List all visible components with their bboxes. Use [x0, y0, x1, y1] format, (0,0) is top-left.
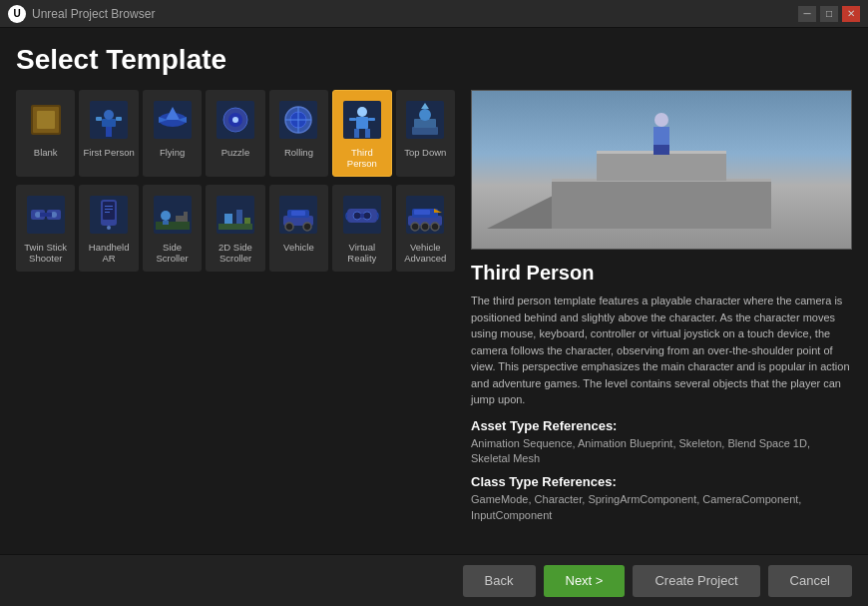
svg-rect-29: [368, 118, 375, 121]
content-area: Blank First Person: [16, 90, 852, 554]
template-top-down-label: Top Down: [404, 147, 446, 158]
main-content: Select Template Blank: [0, 28, 868, 606]
back-button[interactable]: Back: [463, 565, 536, 597]
template-third-person[interactable]: Third Person: [332, 90, 391, 177]
template-rolling-label: Rolling: [284, 147, 313, 158]
svg-point-67: [353, 212, 361, 220]
svg-rect-47: [105, 212, 110, 213]
svg-rect-2: [37, 111, 55, 129]
template-vehicle[interactable]: Vehicle: [269, 185, 328, 272]
detail-title: Third Person: [471, 262, 852, 285]
footer-bar: Back Next > Create Project Cancel: [0, 554, 868, 606]
template-top-down[interactable]: Top Down: [396, 90, 455, 177]
svg-rect-26: [354, 129, 359, 138]
template-rolling-icon: [275, 97, 321, 143]
template-third-person-label: Third Person: [335, 147, 388, 170]
template-flying[interactable]: Flying: [143, 90, 202, 177]
window-title: Unreal Project Browser: [32, 7, 155, 21]
svg-rect-53: [184, 212, 188, 222]
svg-point-63: [303, 223, 311, 231]
ue-logo: U: [8, 5, 26, 23]
svg-point-33: [419, 109, 431, 121]
template-twin-stick-shooter[interactable]: Twin Stick Shooter: [16, 185, 75, 272]
template-virtual-reality[interactable]: Virtual Reality: [332, 185, 391, 272]
template-first-person-icon: [86, 97, 132, 143]
template-side-scroller-label: Side Scroller: [146, 242, 199, 265]
svg-point-62: [285, 223, 293, 231]
svg-rect-45: [105, 206, 113, 207]
svg-point-68: [363, 212, 371, 220]
svg-point-75: [431, 223, 439, 231]
page-title: Select Template: [16, 44, 852, 76]
svg-rect-40: [40, 213, 52, 217]
template-virtual-reality-icon: [339, 192, 385, 238]
window-controls[interactable]: ─ □ ✕: [798, 6, 860, 22]
template-vehicle-advanced-label: Vehicle Advanced: [399, 242, 452, 265]
svg-rect-27: [365, 129, 370, 138]
template-vehicle-advanced[interactable]: Vehicle Advanced: [396, 185, 455, 272]
character: [651, 113, 672, 153]
template-2d-side-scroller-label: 2D Side Scroller: [209, 242, 261, 265]
template-flying-icon: [150, 97, 196, 143]
svg-point-44: [107, 226, 111, 230]
svg-rect-76: [414, 210, 430, 215]
char-body: [653, 127, 669, 145]
detail-description: The third person template features a pla…: [471, 293, 852, 408]
template-2d-side-scroller-icon: [213, 192, 258, 238]
svg-rect-52: [176, 216, 184, 222]
template-top-down-icon: [402, 97, 448, 143]
template-virtual-reality-label: Virtual Reality: [335, 242, 388, 265]
template-twin-stick-shooter-label: Twin Stick Shooter: [19, 242, 72, 265]
asset-refs-content: Animation Sequence, Animation Blueprint,…: [471, 436, 852, 467]
templates-row2: Twin Stick Shooter: [16, 185, 455, 272]
template-puzzle[interactable]: Puzzle: [206, 90, 264, 177]
template-side-scroller-icon: [150, 192, 196, 238]
close-button[interactable]: ✕: [842, 6, 860, 22]
template-twin-stick-shooter-icon: [23, 192, 69, 238]
template-2d-side-scroller[interactable]: 2D Side Scroller: [206, 185, 264, 272]
template-blank-icon: [23, 97, 69, 143]
asset-refs-title: Asset Type References:: [471, 418, 852, 433]
detail-panel: Third Person The third person template f…: [471, 90, 852, 554]
char-legs: [653, 145, 669, 155]
template-handheld-ar-label: Handheld AR: [82, 242, 135, 265]
svg-rect-69: [360, 214, 364, 218]
svg-point-50: [161, 211, 171, 221]
svg-rect-51: [163, 221, 169, 225]
template-vehicle-label: Vehicle: [283, 242, 314, 253]
template-first-person-label: First Person: [84, 147, 135, 158]
svg-rect-4: [96, 117, 102, 121]
svg-rect-46: [105, 209, 113, 210]
svg-rect-28: [349, 118, 356, 121]
svg-point-17: [232, 117, 238, 123]
platform-upper: [597, 151, 726, 181]
svg-rect-58: [244, 218, 250, 224]
template-handheld-ar-icon: [86, 192, 132, 238]
template-side-scroller[interactable]: Side Scroller: [143, 185, 202, 272]
cancel-button[interactable]: Cancel: [768, 565, 852, 597]
svg-point-24: [357, 107, 367, 117]
template-blank-label: Blank: [34, 147, 58, 158]
template-puzzle-icon: [213, 97, 258, 143]
svg-rect-5: [116, 117, 122, 121]
platform-base: [552, 179, 771, 229]
svg-rect-25: [356, 117, 368, 129]
svg-point-73: [411, 223, 419, 231]
template-third-person-icon: [339, 97, 385, 143]
minimize-button[interactable]: ─: [798, 6, 816, 22]
class-refs-title: Class Type References:: [471, 474, 852, 489]
svg-rect-31: [412, 127, 438, 135]
template-puzzle-label: Puzzle: [221, 147, 250, 158]
template-first-person[interactable]: First Person: [79, 90, 138, 177]
template-handheld-ar[interactable]: Handheld AR: [79, 185, 138, 272]
template-blank[interactable]: Blank: [16, 90, 75, 177]
template-vehicle-icon: [275, 192, 321, 238]
svg-rect-43: [103, 202, 115, 220]
svg-rect-49: [156, 222, 190, 230]
next-button[interactable]: Next >: [544, 565, 626, 597]
svg-rect-57: [236, 210, 242, 224]
template-rolling[interactable]: Rolling: [269, 90, 328, 177]
svg-point-74: [421, 223, 429, 231]
maximize-button[interactable]: □: [820, 6, 838, 22]
create-project-button[interactable]: Create Project: [633, 565, 759, 597]
